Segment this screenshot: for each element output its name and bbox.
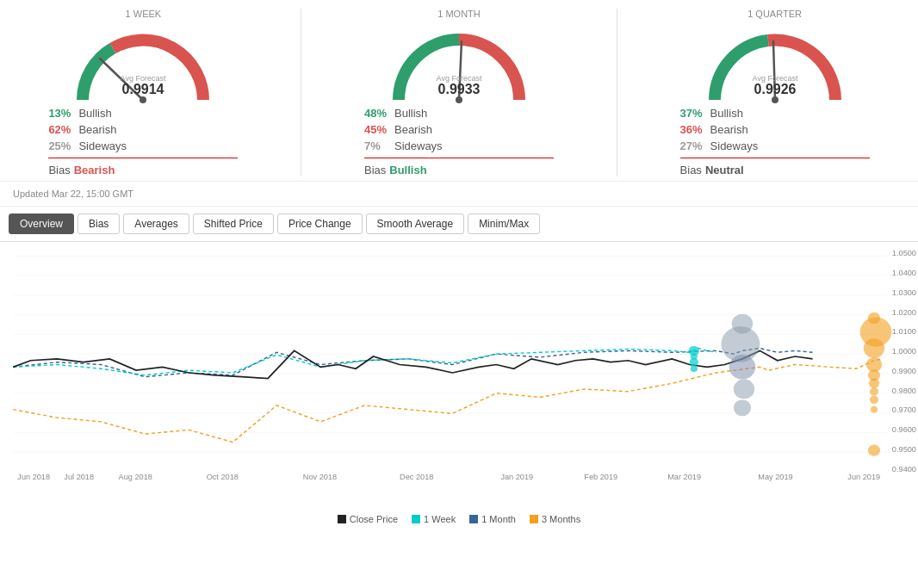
svg-text:0.9926: 0.9926 <box>754 82 796 96</box>
svg-text:Dec 2018: Dec 2018 <box>400 473 433 482</box>
legend-label-1week: 1 Week <box>424 514 456 524</box>
svg-text:Jun 2018: Jun 2018 <box>17 473 50 482</box>
bullish-label-week: Bullish <box>78 107 111 120</box>
sideways-label-month: Sideways <box>394 139 443 152</box>
bias-text-quarter: Bias <box>680 164 702 176</box>
svg-text:0.9900: 0.9900 <box>892 367 916 375</box>
panel-week-title: 1 WEEK <box>126 9 162 19</box>
stats-quarter: 37% Bullish 36% Bearish 27% Sideways Bia… <box>680 107 870 176</box>
bearish-pct-quarter: 36% <box>680 123 710 136</box>
legend-label-3months: 3 Months <box>542 514 580 524</box>
sideways-pct-week: 25% <box>48 139 78 152</box>
svg-text:0.9933: 0.9933 <box>438 82 481 96</box>
main-chart-svg: 1.0500 1.0400 1.0300 1.0200 1.0100 1.000… <box>4 246 918 483</box>
stat-sideways-week: 25% Sideways <box>48 139 238 152</box>
bias-value-month: Bullish <box>389 164 426 176</box>
svg-text:1.0200: 1.0200 <box>892 308 916 317</box>
chart-area: 1.0500 1.0400 1.0300 1.0200 1.0100 1.000… <box>0 242 918 509</box>
svg-text:0.9700: 0.9700 <box>892 406 916 415</box>
bubble-month-3 <box>729 355 756 379</box>
updated-text: Updated Mar 22, 15:00 GMT <box>13 189 133 199</box>
svg-point-5 <box>456 96 462 103</box>
sideways-pct-month: 7% <box>364 139 394 152</box>
gauge-week-svg: Avg Forecast 0.9914 <box>65 22 220 108</box>
panel-quarter-title: 1 QUARTER <box>747 9 802 19</box>
stat-bearish-quarter: 36% Bearish <box>680 123 870 136</box>
bubble-week-4 <box>691 365 698 372</box>
chart-legend: Close Price 1 Week 1 Month 3 Months <box>0 509 918 531</box>
bias-text-week: Bias <box>48 164 70 176</box>
panel-week: 1 WEEK Avg Forecast 0.9914 13% Bullish <box>5 9 281 176</box>
bubble-3m-6 <box>869 379 879 388</box>
svg-text:0.9600: 0.9600 <box>892 426 916 435</box>
tab-averages[interactable]: Averages <box>123 214 189 234</box>
tab-price-change[interactable]: Price Change <box>277 214 363 234</box>
bubble-3m-7 <box>870 387 878 395</box>
divider-2 <box>617 9 617 176</box>
svg-point-9 <box>772 96 778 103</box>
tab-overview[interactable]: Overview <box>9 214 74 234</box>
tab-smooth-average[interactable]: Smooth Average <box>366 214 465 234</box>
svg-point-1 <box>140 96 146 103</box>
bubble-week-3 <box>690 358 698 366</box>
bearish-label-month: Bearish <box>394 123 432 136</box>
stat-bullish-week: 13% Bullish <box>48 107 238 120</box>
legend-label-1month: 1 Month <box>481 514 516 524</box>
svg-text:Jun 2019: Jun 2019 <box>847 473 880 482</box>
stat-bullish-quarter: 37% Bullish <box>680 107 870 120</box>
legend-dot-1week <box>412 515 420 523</box>
svg-text:Jul 2018: Jul 2018 <box>64 473 94 482</box>
sideways-label-quarter: Sideways <box>710 139 759 152</box>
bullish-pct-quarter: 37% <box>680 107 710 120</box>
svg-text:Feb 2019: Feb 2019 <box>584 473 617 482</box>
sideways-pct-quarter: 27% <box>680 139 710 152</box>
tab-minim-max[interactable]: Minim/Max <box>468 214 540 234</box>
divider-1 <box>301 9 301 176</box>
stat-sideways-month: 7% Sideways <box>364 139 554 152</box>
top-forecast-section: 1 WEEK Avg Forecast 0.9914 13% Bullish <box>0 0 918 182</box>
svg-text:Oct 2018: Oct 2018 <box>207 473 239 482</box>
bias-row-month: Bias Bullish <box>364 164 554 176</box>
bullish-label-month: Bullish <box>394 107 427 120</box>
bubble-month-4 <box>734 380 754 399</box>
tab-bias[interactable]: Bias <box>78 214 120 234</box>
svg-text:1.0000: 1.0000 <box>892 347 916 356</box>
bias-text-month: Bias <box>364 164 386 176</box>
bearish-label-week: Bearish <box>78 123 116 136</box>
gauge-month-svg: Avg Forecast 0.9933 <box>381 22 537 108</box>
svg-text:1.0100: 1.0100 <box>892 328 916 337</box>
legend-close-price: Close Price <box>338 514 398 524</box>
panel-quarter: 1 QUARTER Avg Forecast 0.9926 37% Bullis… <box>637 9 913 176</box>
bubble-3m-3 <box>864 338 884 358</box>
legend-1month: 1 Month <box>469 514 516 524</box>
bubble-3m-8 <box>870 396 878 404</box>
svg-text:Jan 2019: Jan 2019 <box>500 473 533 482</box>
legend-1week: 1 Week <box>412 514 456 524</box>
svg-text:0.9800: 0.9800 <box>892 387 916 395</box>
divider-week <box>48 158 238 158</box>
gauge-month: Avg Forecast 0.9933 <box>381 22 537 100</box>
svg-text:Nov 2018: Nov 2018 <box>303 473 337 482</box>
svg-text:1.0500: 1.0500 <box>892 250 916 258</box>
panel-month-title: 1 MONTH <box>437 9 481 19</box>
bias-value-week: Bearish <box>74 164 115 176</box>
svg-text:Mar 2019: Mar 2019 <box>667 473 701 482</box>
bullish-pct-week: 13% <box>48 107 78 120</box>
svg-text:0.9500: 0.9500 <box>892 445 916 454</box>
svg-text:1.0400: 1.0400 <box>892 269 916 277</box>
gauge-quarter-svg: Avg Forecast 0.9926 <box>698 22 853 108</box>
tab-shifted-price[interactable]: Shifted Price <box>193 214 274 234</box>
bias-row-quarter: Bias Neutral <box>680 164 870 176</box>
stat-bullish-month: 48% Bullish <box>364 107 554 120</box>
bullish-label-quarter: Bullish <box>710 107 743 120</box>
svg-text:May 2019: May 2019 <box>758 473 792 482</box>
legend-dot-1month <box>469 515 478 523</box>
bearish-pct-month: 45% <box>364 123 394 136</box>
bearish-pct-week: 62% <box>48 123 78 136</box>
stats-week: 13% Bullish 62% Bearish 25% Sideways Bia… <box>48 107 238 176</box>
bubble-month-5 <box>734 399 751 416</box>
bias-row-week: Bias Bearish <box>48 164 238 176</box>
legend-dot-3months <box>530 515 538 523</box>
panel-month: 1 MONTH Avg Forecast 0.9933 48% Bullish <box>321 9 597 176</box>
legend-3months: 3 Months <box>530 514 580 524</box>
